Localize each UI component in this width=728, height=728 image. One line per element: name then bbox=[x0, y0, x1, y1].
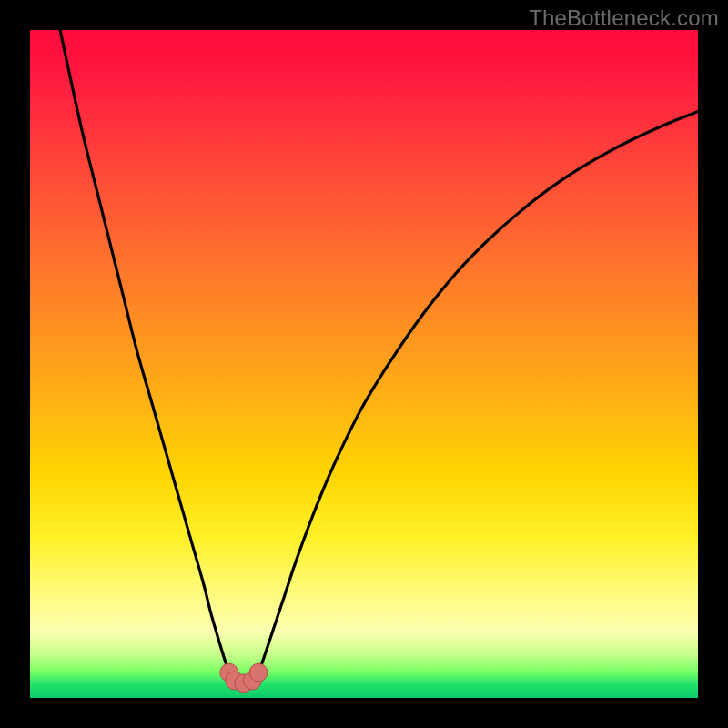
chart-frame: TheBottleneck.com bbox=[0, 0, 728, 728]
valley-markers bbox=[220, 663, 268, 693]
marker-right-end bbox=[249, 663, 268, 682]
watermark-text: TheBottleneck.com bbox=[529, 5, 719, 31]
curve-left-branch bbox=[60, 30, 229, 672]
curve-layer bbox=[30, 30, 698, 698]
plot-area bbox=[30, 30, 698, 698]
curve-right-branch bbox=[258, 112, 698, 673]
